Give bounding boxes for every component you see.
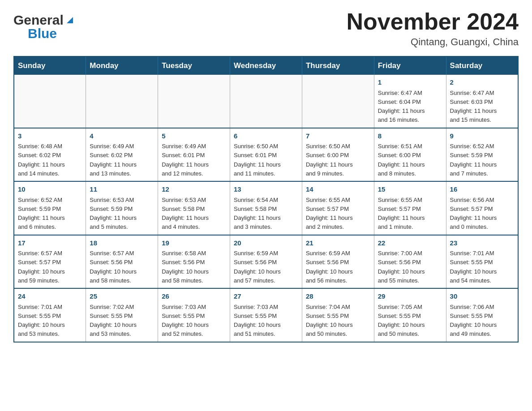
calendar-cell: 27Sunrise: 7:03 AMSunset: 5:55 PMDayligh… <box>230 288 302 342</box>
col-header-saturday: Saturday <box>446 56 518 75</box>
day-number: 11 <box>90 184 154 195</box>
day-info: Sunrise: 6:52 AMSunset: 5:59 PMDaylight:… <box>18 197 65 231</box>
calendar-cell: 2Sunrise: 6:47 AMSunset: 6:03 PMDaylight… <box>446 75 518 128</box>
day-number: 17 <box>18 238 82 248</box>
day-number: 22 <box>378 238 442 248</box>
day-number: 23 <box>450 238 514 248</box>
day-number: 24 <box>18 291 82 302</box>
calendar-cell: 5Sunrise: 6:49 AMSunset: 6:01 PMDaylight… <box>158 128 230 182</box>
day-number: 29 <box>378 291 442 302</box>
day-number: 4 <box>90 131 154 141</box>
calendar-cell: 12Sunrise: 6:53 AMSunset: 5:58 PMDayligh… <box>158 181 230 235</box>
day-number: 9 <box>450 131 514 141</box>
day-info: Sunrise: 6:51 AMSunset: 6:00 PMDaylight:… <box>378 143 425 177</box>
day-number: 28 <box>306 291 370 302</box>
day-number: 7 <box>306 131 370 141</box>
day-number: 16 <box>450 184 514 195</box>
calendar-header-row: SundayMondayTuesdayWednesdayThursdayFrid… <box>14 56 518 75</box>
day-number: 1 <box>378 77 442 88</box>
calendar-cell: 16Sunrise: 6:56 AMSunset: 5:57 PMDayligh… <box>446 181 518 235</box>
day-number: 27 <box>234 291 298 302</box>
day-info: Sunrise: 6:48 AMSunset: 6:02 PMDaylight:… <box>18 143 65 177</box>
col-header-tuesday: Tuesday <box>158 56 230 75</box>
day-info: Sunrise: 7:02 AMSunset: 5:55 PMDaylight:… <box>90 304 137 338</box>
svg-marker-0 <box>67 17 73 23</box>
col-header-wednesday: Wednesday <box>230 56 302 75</box>
day-number: 15 <box>378 184 442 195</box>
day-info: Sunrise: 7:01 AMSunset: 5:55 PMDaylight:… <box>18 304 65 338</box>
calendar-cell: 10Sunrise: 6:52 AMSunset: 5:59 PMDayligh… <box>14 181 86 235</box>
calendar-cell: 23Sunrise: 7:01 AMSunset: 5:55 PMDayligh… <box>446 235 518 289</box>
calendar-cell: 1Sunrise: 6:47 AMSunset: 6:04 PMDaylight… <box>374 75 446 128</box>
calendar-cell: 9Sunrise: 6:52 AMSunset: 5:59 PMDaylight… <box>446 128 518 182</box>
logo-triangle-icon <box>65 15 75 25</box>
calendar-cell: 26Sunrise: 7:03 AMSunset: 5:55 PMDayligh… <box>158 288 230 342</box>
calendar-cell: 6Sunrise: 6:50 AMSunset: 6:01 PMDaylight… <box>230 128 302 182</box>
day-info: Sunrise: 6:57 AMSunset: 5:57 PMDaylight:… <box>18 250 65 284</box>
day-number: 21 <box>306 238 370 248</box>
day-info: Sunrise: 7:05 AMSunset: 5:55 PMDaylight:… <box>378 304 425 338</box>
day-info: Sunrise: 6:53 AMSunset: 5:59 PMDaylight:… <box>90 197 137 231</box>
calendar-week-4: 24Sunrise: 7:01 AMSunset: 5:55 PMDayligh… <box>14 288 518 342</box>
calendar-week-3: 17Sunrise: 6:57 AMSunset: 5:57 PMDayligh… <box>14 235 518 289</box>
page-header: General Blue November 2024 Qintang, Guan… <box>13 9 519 48</box>
calendar-table: SundayMondayTuesdayWednesdayThursdayFrid… <box>13 56 519 342</box>
location-text: Qintang, Guangxi, China <box>347 36 519 48</box>
logo-blue-text: Blue <box>28 26 57 41</box>
day-info: Sunrise: 6:53 AMSunset: 5:58 PMDaylight:… <box>162 197 209 231</box>
calendar-cell: 24Sunrise: 7:01 AMSunset: 5:55 PMDayligh… <box>14 288 86 342</box>
day-info: Sunrise: 6:57 AMSunset: 5:56 PMDaylight:… <box>90 250 137 284</box>
day-number: 18 <box>90 238 154 248</box>
day-number: 8 <box>378 131 442 141</box>
day-number: 14 <box>306 184 370 195</box>
day-number: 20 <box>234 238 298 248</box>
day-number: 10 <box>18 184 82 195</box>
day-info: Sunrise: 6:50 AMSunset: 6:01 PMDaylight:… <box>234 143 281 177</box>
calendar-cell <box>302 75 374 128</box>
day-info: Sunrise: 6:58 AMSunset: 5:56 PMDaylight:… <box>162 250 209 284</box>
day-number: 3 <box>18 131 82 141</box>
day-number: 6 <box>234 131 298 141</box>
day-info: Sunrise: 7:04 AMSunset: 5:55 PMDaylight:… <box>306 304 353 338</box>
calendar-week-2: 10Sunrise: 6:52 AMSunset: 5:59 PMDayligh… <box>14 181 518 235</box>
day-info: Sunrise: 6:49 AMSunset: 6:01 PMDaylight:… <box>162 143 209 177</box>
col-header-friday: Friday <box>374 56 446 75</box>
col-header-sunday: Sunday <box>14 56 86 75</box>
calendar-cell: 25Sunrise: 7:02 AMSunset: 5:55 PMDayligh… <box>86 288 158 342</box>
calendar-cell: 21Sunrise: 6:59 AMSunset: 5:56 PMDayligh… <box>302 235 374 289</box>
logo-general-text: General <box>13 13 64 28</box>
calendar-cell: 28Sunrise: 7:04 AMSunset: 5:55 PMDayligh… <box>302 288 374 342</box>
day-info: Sunrise: 6:59 AMSunset: 5:56 PMDaylight:… <box>306 250 353 284</box>
day-info: Sunrise: 7:03 AMSunset: 5:55 PMDaylight:… <box>162 304 209 338</box>
calendar-cell: 13Sunrise: 6:54 AMSunset: 5:58 PMDayligh… <box>230 181 302 235</box>
day-info: Sunrise: 6:47 AMSunset: 6:03 PMDaylight:… <box>450 90 497 124</box>
day-number: 25 <box>90 291 154 302</box>
col-header-thursday: Thursday <box>302 56 374 75</box>
calendar-cell <box>158 75 230 128</box>
calendar-cell: 7Sunrise: 6:50 AMSunset: 6:00 PMDaylight… <box>302 128 374 182</box>
day-number: 30 <box>450 291 514 302</box>
title-block: November 2024 Qintang, Guangxi, China <box>347 9 519 48</box>
day-info: Sunrise: 6:55 AMSunset: 5:57 PMDaylight:… <box>378 197 425 231</box>
calendar-cell <box>86 75 158 128</box>
calendar-cell: 11Sunrise: 6:53 AMSunset: 5:59 PMDayligh… <box>86 181 158 235</box>
calendar-cell: 29Sunrise: 7:05 AMSunset: 5:55 PMDayligh… <box>374 288 446 342</box>
day-number: 2 <box>450 77 514 88</box>
calendar-cell: 8Sunrise: 6:51 AMSunset: 6:00 PMDaylight… <box>374 128 446 182</box>
day-info: Sunrise: 7:06 AMSunset: 5:55 PMDaylight:… <box>450 304 497 338</box>
day-info: Sunrise: 6:52 AMSunset: 5:59 PMDaylight:… <box>450 143 497 177</box>
day-info: Sunrise: 7:00 AMSunset: 5:56 PMDaylight:… <box>378 250 425 284</box>
month-title: November 2024 <box>347 9 519 34</box>
day-number: 19 <box>162 238 226 248</box>
calendar-week-0: 1Sunrise: 6:47 AMSunset: 6:04 PMDaylight… <box>14 75 518 128</box>
day-info: Sunrise: 7:03 AMSunset: 5:55 PMDaylight:… <box>234 304 281 338</box>
day-info: Sunrise: 6:54 AMSunset: 5:58 PMDaylight:… <box>234 197 281 231</box>
day-info: Sunrise: 6:59 AMSunset: 5:56 PMDaylight:… <box>234 250 281 284</box>
calendar-cell: 18Sunrise: 6:57 AMSunset: 5:56 PMDayligh… <box>86 235 158 289</box>
calendar-week-1: 3Sunrise: 6:48 AMSunset: 6:02 PMDaylight… <box>14 128 518 182</box>
col-header-monday: Monday <box>86 56 158 75</box>
day-info: Sunrise: 6:47 AMSunset: 6:04 PMDaylight:… <box>378 90 425 124</box>
day-number: 13 <box>234 184 298 195</box>
day-number: 26 <box>162 291 226 302</box>
calendar-cell: 3Sunrise: 6:48 AMSunset: 6:02 PMDaylight… <box>14 128 86 182</box>
